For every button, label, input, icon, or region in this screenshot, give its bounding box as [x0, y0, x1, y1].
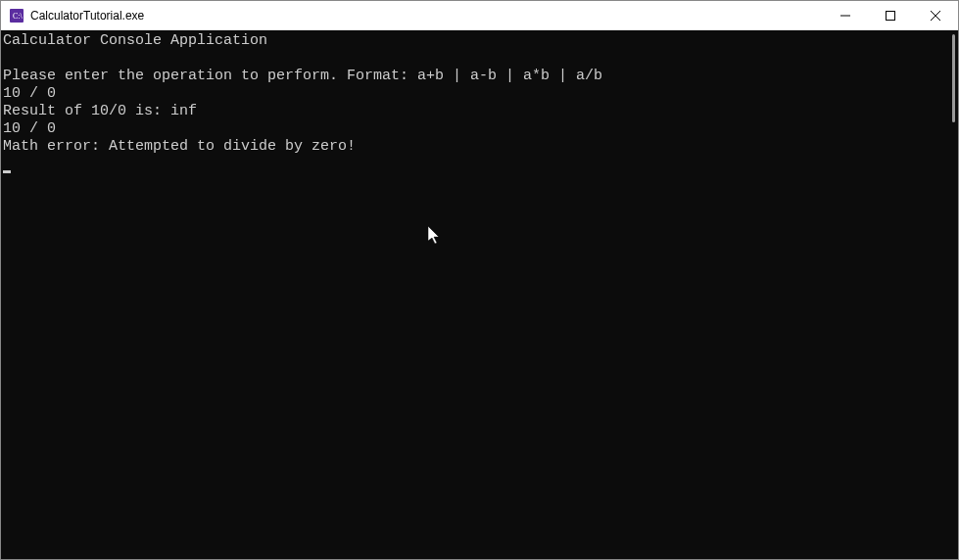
console-line: Math error: Attempted to divide by zero! [3, 138, 356, 155]
console-line: 10 / 0 [3, 120, 56, 137]
maximize-button[interactable] [868, 1, 913, 29]
window-controls [823, 1, 958, 29]
svg-rect-3 [887, 11, 895, 20]
mouse-cursor-icon [428, 226, 444, 250]
scrollbar[interactable] [944, 30, 958, 559]
console-line: Calculator Console Application [3, 32, 267, 49]
console-window: C:\ CalculatorTutorial.exe Calculator Co… [0, 0, 959, 560]
window-title: CalculatorTutorial.exe [30, 9, 823, 23]
text-cursor [3, 170, 11, 173]
close-button[interactable] [913, 1, 958, 29]
titlebar[interactable]: C:\ CalculatorTutorial.exe [1, 1, 958, 30]
console-line: Please enter the operation to perform. F… [3, 68, 602, 84]
console-line: 10 / 0 [3, 85, 56, 102]
console-output: Calculator Console Application Please en… [1, 30, 958, 175]
scrollbar-thumb[interactable] [952, 34, 955, 122]
minimize-button[interactable] [823, 1, 868, 29]
console-line: Result of 10/0 is: inf [3, 103, 197, 119]
svg-text:C:\: C:\ [13, 12, 24, 21]
console-area[interactable]: Calculator Console Application Please en… [1, 30, 958, 559]
app-icon: C:\ [9, 8, 24, 23]
